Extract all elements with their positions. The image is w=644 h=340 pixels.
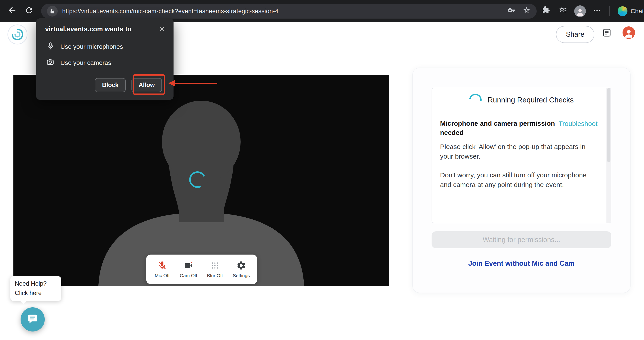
chat-button-label: Chat bbox=[630, 8, 644, 15]
browser-profile-avatar[interactable] bbox=[574, 5, 586, 17]
profile-person-icon bbox=[575, 7, 585, 17]
password-key-icon[interactable] bbox=[508, 6, 516, 16]
share-button-label: Share bbox=[566, 30, 584, 38]
required-checks-panel: Running Required Checks Microphone and c… bbox=[412, 68, 630, 293]
hub-star-icon bbox=[558, 6, 568, 16]
permission-reassurance: Don't worry, you can still turn off your… bbox=[440, 170, 598, 190]
cam-off-icon bbox=[184, 260, 194, 271]
help-line-2: Click here bbox=[15, 288, 57, 298]
blur-off-label: Blur Off bbox=[207, 273, 223, 278]
extensions-button[interactable] bbox=[538, 4, 554, 19]
allow-annotation-box bbox=[133, 74, 165, 95]
share-button[interactable]: Share bbox=[556, 26, 594, 43]
browser-window: https://virtual.events.com/mic-cam-check… bbox=[0, 0, 644, 340]
url-text[interactable]: https://virtual.events.com/mic-cam-check… bbox=[62, 8, 503, 15]
more-icon bbox=[592, 6, 602, 16]
reload-button[interactable] bbox=[22, 4, 37, 19]
event-notes-button[interactable] bbox=[602, 28, 612, 39]
checks-title: Running Required Checks bbox=[488, 96, 574, 104]
allow-annotation-arrow-line bbox=[174, 83, 217, 84]
checks-card-header: Running Required Checks bbox=[432, 88, 611, 112]
camera-permission-row: Use your cameras bbox=[46, 58, 111, 68]
brand-logo bbox=[7, 24, 28, 45]
mic-off-label: Mic Off bbox=[155, 273, 170, 278]
mic-off-button[interactable]: Mic Off bbox=[150, 260, 175, 278]
checks-card-body: Microphone and camera permission needed … bbox=[432, 112, 611, 190]
back-button[interactable] bbox=[4, 4, 20, 19]
permission-instruction: Please click 'Allow' on the pop-up that … bbox=[440, 142, 598, 161]
mic-off-icon bbox=[157, 260, 167, 271]
close-icon[interactable] bbox=[158, 24, 166, 34]
microphone-icon bbox=[46, 42, 54, 52]
troubleshoot-link[interactable]: Troubleshoot bbox=[558, 120, 598, 128]
blur-off-icon bbox=[210, 260, 220, 271]
back-icon bbox=[7, 5, 17, 17]
copilot-chat-icon bbox=[618, 6, 628, 16]
camera-preview: Mic Off Cam Off bbox=[14, 75, 389, 286]
address-bar-actions bbox=[508, 6, 531, 16]
favorites-hub-button[interactable] bbox=[556, 4, 571, 19]
need-help-tooltip[interactable]: Need Help? Click here bbox=[10, 276, 61, 301]
cam-off-label: Cam Off bbox=[180, 273, 197, 278]
bookmark-star-icon[interactable] bbox=[522, 6, 531, 16]
microphone-permission-label: Use your microphones bbox=[60, 43, 123, 50]
user-avatar[interactable] bbox=[622, 26, 635, 39]
reload-icon bbox=[24, 6, 34, 16]
media-controls-toolbar: Mic Off Cam Off bbox=[146, 254, 257, 284]
topbar-divider bbox=[609, 6, 610, 16]
chat-button[interactable]: Chat bbox=[614, 4, 644, 18]
settings-label: Settings bbox=[233, 273, 250, 278]
checks-loading-spinner bbox=[467, 91, 484, 109]
checks-scrollbar-track bbox=[606, 88, 611, 223]
microphone-permission-row: Use your microphones bbox=[46, 42, 123, 52]
join-without-mic-cam-link[interactable]: Join Event without Mic and Cam bbox=[413, 260, 630, 268]
notes-icon bbox=[602, 28, 612, 39]
block-button[interactable]: Block bbox=[95, 78, 126, 92]
allow-annotation-arrow-head bbox=[168, 80, 175, 86]
help-line-1: Need Help? bbox=[15, 279, 57, 288]
camera-permission-label: Use your cameras bbox=[60, 59, 111, 66]
help-chat-fab[interactable] bbox=[20, 307, 45, 332]
user-person-icon bbox=[624, 28, 634, 39]
extensions-puzzle-icon bbox=[542, 6, 550, 16]
camera-icon bbox=[46, 58, 54, 68]
checks-scrollbar-thumb[interactable] bbox=[607, 88, 610, 162]
waiting-for-permissions-button[interactable]: Waiting for permissions... bbox=[432, 231, 611, 248]
permission-popup-title: virtual.events.com wants to bbox=[45, 26, 132, 33]
chat-bubble-icon bbox=[27, 313, 38, 326]
permission-heading: Microphone and camera permission needed bbox=[440, 119, 558, 137]
checks-card: Running Required Checks Microphone and c… bbox=[432, 88, 611, 223]
blur-off-button[interactable]: Blur Off bbox=[202, 260, 228, 278]
settings-button[interactable]: Settings bbox=[229, 260, 254, 278]
address-bar[interactable]: https://virtual.events.com/mic-cam-check… bbox=[41, 4, 537, 18]
cam-off-button[interactable]: Cam Off bbox=[176, 260, 201, 278]
settings-gear-icon bbox=[236, 260, 246, 271]
site-info-lock-icon[interactable] bbox=[47, 6, 58, 16]
browser-menu-button[interactable] bbox=[590, 4, 605, 19]
